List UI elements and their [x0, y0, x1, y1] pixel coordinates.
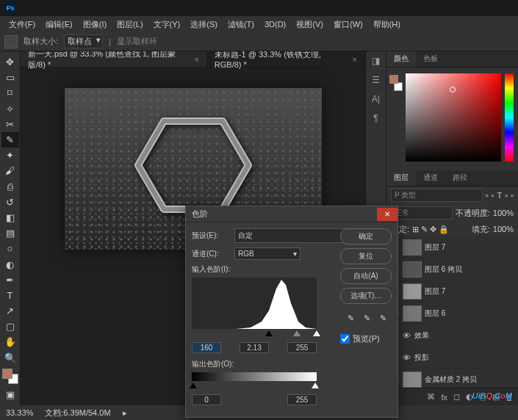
hue-slider[interactable]	[505, 73, 514, 162]
layer-row[interactable]: 👁投影	[386, 347, 518, 369]
auto-button[interactable]: 自动(A)	[340, 268, 392, 284]
output-slider[interactable]	[192, 384, 317, 391]
fill-value[interactable]: 100%	[493, 225, 514, 233]
white-point-handle[interactable]	[313, 330, 320, 336]
hand-tool[interactable]: ✋	[1, 334, 19, 350]
tab-layers[interactable]: 图层	[386, 170, 416, 186]
input-gamma-field[interactable]: 2.13	[240, 342, 269, 353]
zoom-tool[interactable]: 🔍	[1, 350, 19, 366]
dialog-titlebar[interactable]: 色阶 ✕	[186, 206, 398, 222]
layer-list[interactable]: 图层 7👁图层 6 拷贝👁图层 7👁图层 6👁效果👁投影👁金属材质 2 拷贝👁钻…	[386, 236, 518, 388]
ok-button[interactable]: 确定	[340, 228, 392, 245]
white-eyedropper-icon[interactable]: ✎	[380, 314, 392, 325]
layer-kind-select[interactable]: P 类型	[391, 189, 483, 202]
menu-help[interactable]: 帮助(H)	[369, 18, 405, 32]
input-black-field[interactable]: 160	[192, 342, 221, 353]
blend-mode-select[interactable]: 正常	[391, 206, 453, 220]
layer-name[interactable]: 图层 6 拷贝	[425, 264, 515, 275]
output-gradient[interactable]	[192, 372, 317, 381]
eyedropper-icon[interactable]	[4, 35, 18, 48]
pen-tool[interactable]: ✒	[1, 272, 19, 288]
menu-file[interactable]: 文件(F)	[4, 18, 40, 32]
opacity-value[interactable]: 100%	[493, 209, 514, 217]
close-icon[interactable]: ×	[353, 55, 357, 64]
path-tool[interactable]: ↗	[1, 303, 19, 319]
visibility-icon[interactable]: 👁	[401, 353, 411, 362]
input-slider[interactable]	[192, 332, 317, 339]
cancel-button[interactable]: 复位	[340, 248, 392, 264]
panel-fg-swatch[interactable]	[389, 75, 398, 84]
output-black-field[interactable]: 0	[192, 394, 221, 405]
tab-swatches[interactable]: 色板	[416, 51, 445, 67]
brush-tool[interactable]: 🖌	[1, 163, 19, 178]
type-tool[interactable]: T	[1, 288, 19, 303]
fx-icon[interactable]: fx	[441, 393, 447, 402]
menu-view[interactable]: 视图(V)	[292, 18, 328, 32]
foreground-color-swatch[interactable]	[2, 369, 12, 379]
properties-icon[interactable]: ☰	[369, 75, 384, 87]
lock-icon[interactable]: ⊞ ✎ ✥ 🔒	[412, 225, 449, 234]
menu-window[interactable]: 窗口(W)	[329, 18, 367, 32]
crop-tool[interactable]: ✂	[1, 117, 19, 132]
layer-name[interactable]: 图层 7	[425, 286, 515, 297]
preview-checkbox[interactable]	[340, 334, 350, 344]
black-eyedropper-icon[interactable]: ✎	[348, 314, 359, 325]
layer-row[interactable]: 👁图层 7	[386, 280, 518, 303]
zoom-level[interactable]: 33.33%	[6, 408, 33, 417]
layer-name[interactable]: 金属材质 2 拷贝	[425, 374, 515, 385]
marquee-tool[interactable]: ▭	[1, 70, 19, 85]
color-field[interactable]	[406, 73, 501, 162]
input-white-field[interactable]: 255	[287, 342, 317, 353]
dodge-tool[interactable]: ◐	[1, 256, 19, 272]
output-white-field[interactable]: 255	[287, 394, 317, 405]
eraser-tool[interactable]: ◧	[1, 210, 19, 225]
menu-image[interactable]: 图像(I)	[79, 18, 111, 32]
close-button[interactable]: ✕	[377, 208, 398, 221]
healing-tool[interactable]: ✦	[1, 148, 19, 163]
shape-tool[interactable]: ▢	[1, 319, 19, 334]
magic-wand-tool[interactable]: ✧	[1, 101, 19, 117]
output-black-handle[interactable]	[190, 383, 197, 388]
levels-dialog[interactable]: 色阶 ✕ 预设(E): 自定 ⚙ 通道(C): RGB 输入色阶(I): 160…	[185, 206, 398, 418]
status-chevron-icon[interactable]: ▸	[123, 408, 127, 418]
history-brush-tool[interactable]: ↺	[1, 195, 19, 210]
blur-tool[interactable]: ○	[1, 241, 19, 256]
layer-row[interactable]: 👁效果	[386, 325, 518, 347]
visibility-icon[interactable]: 👁	[401, 331, 411, 340]
link-layers-icon[interactable]: ⌘	[427, 392, 435, 402]
channel-select[interactable]: RGB	[234, 247, 301, 260]
color-cursor[interactable]	[450, 87, 456, 93]
paragraph-icon[interactable]: ¶	[369, 113, 384, 125]
layer-row[interactable]: 👁图层 6	[386, 303, 518, 325]
eyedropper-tool[interactable]: ✎	[1, 132, 19, 148]
gradient-tool[interactable]: ▤	[1, 225, 19, 241]
layer-row[interactable]: 图层 7	[386, 236, 518, 258]
options-button[interactable]: 选项(T)…	[340, 288, 392, 304]
layer-name[interactable]: 投影	[414, 352, 515, 363]
layer-name[interactable]: 效果	[414, 330, 515, 341]
mask-icon[interactable]: ◻	[453, 392, 460, 402]
menu-edit[interactable]: 编辑(E)	[41, 18, 77, 32]
menu-type[interactable]: 文字(Y)	[149, 18, 185, 32]
lasso-tool[interactable]: ⌑	[1, 85, 19, 101]
menu-filter[interactable]: 滤镜(T)	[223, 18, 259, 32]
tab-channels[interactable]: 通道	[416, 170, 445, 186]
stamp-tool[interactable]: ⎙	[1, 179, 19, 195]
character-icon[interactable]: A|	[369, 94, 384, 106]
layer-thumbnail[interactable]	[403, 305, 422, 322]
layer-thumbnail[interactable]	[403, 239, 422, 256]
menu-select[interactable]: 选择(S)	[186, 18, 222, 32]
gray-eyedropper-icon[interactable]: ✎	[364, 314, 375, 325]
document-tab-1[interactable]: 新一天.psd @ 33.3% (颜色查找 1, 图层蒙版/8) *×	[21, 51, 207, 67]
document-tab-2[interactable]: 未标题-1 @ 33.3% (铁锈文理, RGB/8) *×	[207, 51, 365, 67]
quickmask-tool[interactable]: ▣	[1, 387, 19, 402]
layer-thumbnail[interactable]	[403, 372, 422, 388]
foreground-background-colors[interactable]	[2, 369, 18, 384]
sample-size-select[interactable]: 取样点	[64, 35, 103, 48]
move-tool[interactable]: ✥	[1, 54, 19, 70]
layer-name[interactable]: 图层 6	[425, 308, 515, 319]
panel-fgbg[interactable]	[389, 75, 403, 91]
menu-layer[interactable]: 图层(L)	[112, 18, 147, 32]
history-icon[interactable]: ◨	[369, 56, 384, 68]
tab-color[interactable]: 颜色	[386, 51, 416, 67]
